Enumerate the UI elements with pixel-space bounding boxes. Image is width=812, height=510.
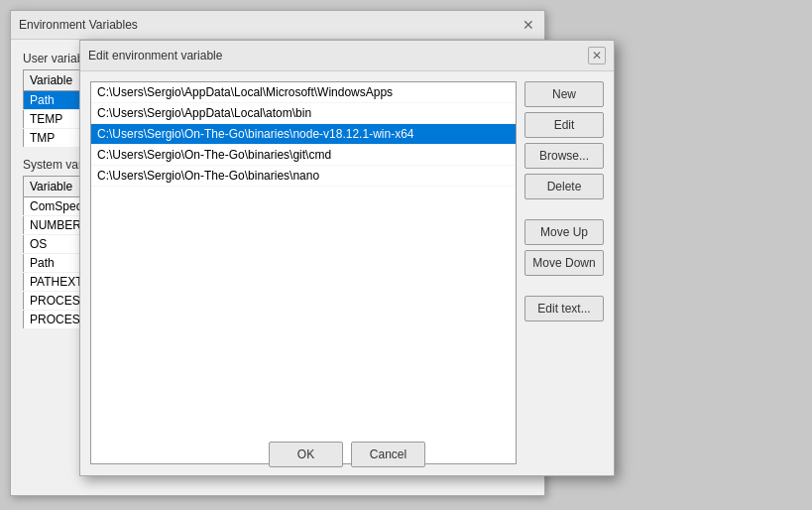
env-close-button[interactable]: ✕ <box>521 17 536 33</box>
list-item[interactable]: C:\Users\Sergio\AppData\Local\Microsoft\… <box>91 82 516 103</box>
edit-close-button[interactable]: ✕ <box>588 47 606 64</box>
edit-buttons-panel: New Edit Browse... Delete Move Up Move D… <box>524 81 604 464</box>
edit-dialog-title: Edit environment variable <box>88 49 222 63</box>
path-list: C:\Users\Sergio\AppData\Local\Microsoft\… <box>91 82 516 187</box>
new-button[interactable]: New <box>524 81 604 107</box>
edit-title-bar: Edit environment variable ✕ <box>80 41 614 71</box>
env-window-title: Environment Variables <box>19 18 138 32</box>
list-item[interactable]: C:\Users\Sergio\On-The-Go\binaries\git\c… <box>91 145 516 166</box>
list-item[interactable]: C:\Users\Sergio\On-The-Go\binaries\node-… <box>91 124 516 145</box>
edit-cancel-button[interactable]: Cancel <box>351 442 425 467</box>
button-spacer-2 <box>524 281 604 291</box>
move-down-button[interactable]: Move Down <box>524 250 604 276</box>
edit-env-dialog: Edit environment variable ✕ C:\Users\Ser… <box>79 40 615 476</box>
path-list-container: C:\Users\Sergio\AppData\Local\Microsoft\… <box>90 81 517 464</box>
move-up-button[interactable]: Move Up <box>524 219 604 245</box>
env-title-bar: Environment Variables ✕ <box>11 11 544 40</box>
edit-content: C:\Users\Sergio\AppData\Local\Microsoft\… <box>80 71 614 474</box>
edit-dialog-bottom-buttons: OK Cancel <box>80 434 614 475</box>
list-item[interactable]: C:\Users\Sergio\AppData\Local\atom\bin <box>91 103 516 124</box>
list-item[interactable]: C:\Users\Sergio\On-The-Go\binaries\nano <box>91 166 516 187</box>
edit-text-button[interactable]: Edit text... <box>524 296 604 321</box>
browse-button[interactable]: Browse... <box>524 143 604 169</box>
button-spacer <box>524 204 604 214</box>
edit-button[interactable]: Edit <box>524 112 604 138</box>
delete-button[interactable]: Delete <box>524 174 604 199</box>
edit-ok-button[interactable]: OK <box>269 442 343 467</box>
